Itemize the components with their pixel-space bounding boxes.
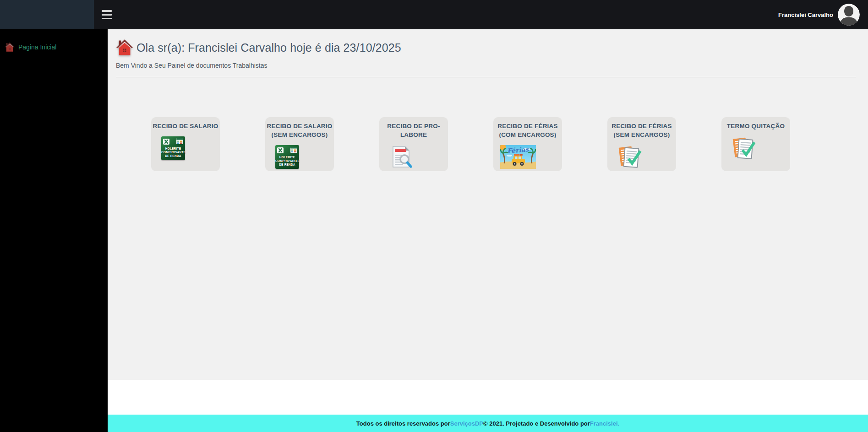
card-recibo-pro-labore[interactable]: RECIBO DE PRO- LABORE — [379, 117, 448, 171]
holerite-icon: HOLERITE COMPROVANTE DE RENDA — [275, 145, 299, 169]
bottom-spacer — [108, 380, 868, 415]
holerite-text-line: DE RENDA — [275, 163, 299, 167]
sidebar: Pagina Inicial — [0, 29, 108, 432]
brand-block — [0, 0, 94, 29]
footer-text: © 2021. Projetado e Desenvolvido por — [483, 420, 590, 427]
document-check-icon — [732, 136, 790, 162]
card-title-line: RECIBO DE PRO- — [379, 122, 448, 130]
sidebar-item-pagina-inicial[interactable]: Pagina Inicial — [5, 42, 108, 52]
home-icon — [116, 39, 133, 56]
card-title-line: (SEM ENCARGOS) — [265, 130, 334, 139]
card-title-line: RECIBO DE SALARIO — [151, 122, 220, 130]
page-title: Ola sr(a): Francislei Carvalho hoje é di… — [136, 41, 401, 54]
servicosdp-link[interactable]: ServiçosDP — [450, 420, 483, 427]
card-title-line: RECIBO DE SALARIO — [265, 122, 334, 130]
hamburger-menu-icon[interactable] — [102, 10, 113, 19]
topbar: Francislei Carvalho — [0, 0, 868, 29]
user-name: Francislei Carvalho — [778, 11, 833, 18]
ferias-beach-icon: Férias — [500, 145, 562, 171]
cards-row: RECIBO DE SALARIO — [108, 117, 868, 171]
holerite-text-line: COMPROVANTE — [275, 159, 299, 163]
card-termo-quitacao[interactable]: TERMO QUITAÇÃO — [721, 117, 790, 171]
avatar[interactable] — [838, 4, 860, 26]
card-recibo-ferias-com-encargos[interactable]: RECIBO DE FÉRIAS (COM ENCARGOS) — [493, 117, 562, 171]
main-area: Ola sr(a): Francislei Carvalho hoje é di… — [108, 29, 868, 432]
holerite-text-line: COMPROVANTE — [161, 151, 185, 154]
holerite-text-line: DE RENDA — [161, 154, 185, 158]
home-icon — [5, 42, 15, 52]
holerite-text-line: HOLERITE — [161, 147, 185, 151]
card-title-line: LABORE — [379, 130, 448, 139]
card-recibo-ferias-sem-encargos[interactable]: RECIBO DE FÉRIAS (SEM ENCARGOS) — [607, 117, 676, 171]
holerite-icon: HOLERITE COMPROVANTE DE RENDA — [161, 136, 185, 160]
card-title-line: (SEM ENCARGOS) — [607, 130, 676, 139]
footer: Todos os direitos reservados por Serviço… — [108, 415, 868, 432]
page-header: Ola sr(a): Francislei Carvalho hoje é di… — [108, 29, 868, 69]
card-recibo-salario[interactable]: RECIBO DE SALARIO — [151, 117, 220, 171]
content: Ola sr(a): Francislei Carvalho hoje é di… — [108, 29, 868, 380]
document-check-icon — [617, 145, 676, 171]
document-search-icon — [391, 145, 448, 170]
card-title-line: (COM ENCARGOS) — [493, 130, 562, 139]
page-subtitle: Bem Vindo a Seu Painel de documentos Tra… — [116, 62, 856, 69]
holerite-text-line: HOLERITE — [275, 156, 299, 159]
footer-text: Todos os direitos reservados por — [356, 420, 450, 427]
francislei-link[interactable]: Francislei. — [590, 420, 619, 427]
user-menu[interactable]: Francislei Carvalho — [778, 4, 860, 26]
card-recibo-salario-sem-encargos[interactable]: RECIBO DE SALARIO (SEM ENCARGOS) — [265, 117, 334, 171]
card-title-line: RECIBO DE FÉRIAS — [607, 122, 676, 130]
header-divider — [116, 77, 856, 77]
sidebar-item-label: Pagina Inicial — [18, 43, 56, 51]
card-title-line: RECIBO DE FÉRIAS — [493, 122, 562, 130]
card-title-line: TERMO QUITAÇÃO — [721, 122, 790, 130]
